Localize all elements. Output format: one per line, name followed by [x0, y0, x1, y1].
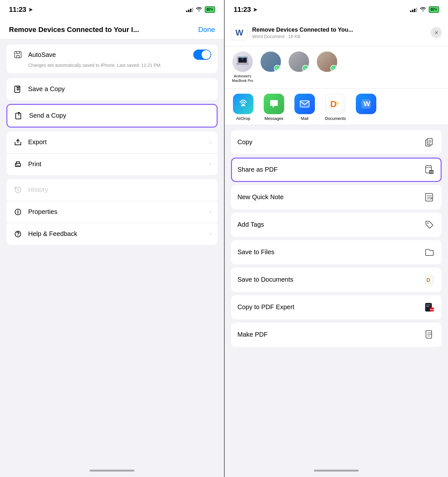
left-home-indicator — [0, 464, 224, 477]
autosave-label: AutoSave — [28, 51, 193, 59]
autosave-icon — [13, 50, 23, 60]
save-copy-icon — [13, 84, 23, 94]
make-pdf-label: Make PDF — [237, 331, 424, 338]
mail-icon — [294, 94, 315, 114]
quick-note-icon — [424, 192, 435, 203]
messages-item[interactable]: Messages — [262, 94, 286, 121]
left-header: Remove Devices Connected to Your I... Do… — [0, 19, 224, 39]
export-chevron: › — [209, 139, 211, 145]
share-pdf-icon: PDF — [424, 164, 435, 176]
svg-point-10 — [18, 235, 18, 236]
svg-text:W: W — [364, 100, 370, 108]
save-files-icon — [424, 246, 435, 258]
send-copy-label: Send a Copy — [29, 112, 210, 119]
svg-rect-0 — [15, 51, 21, 58]
send-copy-item[interactable]: Send a Copy — [7, 105, 217, 127]
person-2[interactable] — [259, 51, 282, 83]
history-label: History — [28, 186, 211, 193]
make-pdf-icon — [424, 329, 435, 340]
svg-rect-23 — [427, 138, 432, 145]
right-home-indicator — [225, 464, 448, 477]
save-documents-action[interactable]: Save to Documents D — [231, 268, 442, 292]
save-files-action[interactable]: Save to Files — [231, 240, 442, 264]
properties-item[interactable]: Properties › — [6, 201, 218, 223]
svg-rect-12 — [238, 58, 247, 63]
export-item[interactable]: Export › — [6, 131, 218, 153]
airdrop-item[interactable]: AirDrop — [231, 94, 255, 121]
macbook-avatar — [232, 51, 253, 72]
autosave-subtext: Changes are automatically saved to iPhon… — [6, 62, 218, 73]
add-tags-label: Add Tags — [237, 221, 424, 228]
autosave-toggle[interactable] — [193, 50, 211, 60]
make-pdf-action[interactable]: Make PDF — [231, 323, 442, 347]
print-icon — [13, 159, 23, 169]
send-copy-section[interactable]: Send a Copy — [6, 104, 218, 128]
person-4[interactable] — [316, 51, 339, 83]
help-item[interactable]: Help & Feedback › — [6, 223, 218, 245]
print-item[interactable]: Print › — [6, 153, 218, 175]
airdrop-icon — [233, 94, 253, 114]
send-copy-icon — [14, 111, 24, 121]
documents-icon: D D — [325, 94, 346, 114]
person-3[interactable] — [287, 51, 310, 83]
new-quick-note-label: New Quick Note — [237, 193, 424, 201]
left-status-time: 11:23 — [9, 5, 26, 14]
documents-label: Documents — [325, 116, 346, 121]
copy-pdf-expert-icon: PDF — [424, 301, 435, 313]
airdrop-label: AirDrop — [236, 116, 250, 121]
person-macbook[interactable]: Arshmeet'sMacBook Pro — [231, 51, 254, 83]
macbook-name: Arshmeet'sMacBook Pro — [232, 74, 253, 83]
share-pdf-action[interactable]: Share as PDF PDF — [231, 158, 442, 182]
save-documents-icon: D — [424, 274, 435, 285]
whatsapp-badge-3 — [302, 65, 309, 72]
whatsapp-badge-4 — [330, 65, 337, 72]
done-button[interactable]: Done — [198, 26, 215, 34]
action-list: Copy Share as PDF PDF — [225, 125, 448, 464]
svg-rect-4 — [15, 163, 20, 167]
mail-item[interactable]: Mail — [292, 94, 317, 121]
mail-label: Mail — [301, 116, 308, 121]
print-label: Print — [28, 160, 209, 168]
autosave-section: AutoSave Changes are automatically saved… — [6, 44, 218, 73]
share-close-button[interactable]: ✕ — [431, 27, 442, 38]
right-signal-icon — [410, 7, 417, 12]
right-status-time: 11:23 — [234, 5, 251, 14]
svg-text:PDF: PDF — [430, 309, 434, 311]
app-row: AirDrop Messages Mail — [225, 89, 448, 125]
right-phone-panel: 11:23 ➤ 97+ W Remove Devices Conn — [224, 0, 448, 477]
properties-label: Properties — [28, 208, 209, 215]
right-status-bar: 11:23 ➤ 97+ — [225, 0, 448, 19]
history-item: History — [6, 179, 218, 201]
whatsapp-badge-2 — [274, 65, 281, 72]
copy-label: Copy — [237, 138, 424, 146]
location-icon: ➤ — [28, 6, 33, 13]
copy-pdf-expert-action[interactable]: Copy to PDF Expert PDF — [231, 295, 442, 319]
wifi-icon — [196, 6, 202, 13]
svg-rect-1 — [17, 55, 19, 58]
export-icon — [13, 137, 23, 147]
add-tags-action[interactable]: Add Tags — [231, 213, 442, 237]
svg-text:D: D — [330, 99, 337, 109]
svg-text:PDF: PDF — [430, 171, 434, 174]
save-files-label: Save to Files — [237, 248, 424, 256]
more-app-item[interactable]: W — [354, 94, 378, 121]
help-chevron: › — [209, 231, 211, 237]
svg-point-5 — [16, 164, 17, 165]
help-label: Help & Feedback — [28, 230, 209, 238]
svg-point-8 — [18, 210, 18, 211]
left-status-bar: 11:23 ➤ 97+ — [0, 0, 224, 19]
person-3-avatar — [289, 51, 309, 72]
autosave-row: AutoSave — [6, 44, 218, 62]
history-icon — [13, 185, 23, 195]
history-section: History Properties › Help & Feed — [6, 179, 218, 245]
svg-rect-3 — [16, 113, 21, 119]
svg-point-13 — [242, 59, 243, 60]
left-phone-panel: 11:23 ➤ 97+ Remove Devices Connected to … — [0, 0, 224, 477]
save-copy-item[interactable]: Save a Copy — [6, 78, 218, 100]
share-doc-info: Remove Devices Connected to You... Word … — [252, 27, 426, 39]
save-copy-section: Save a Copy — [6, 78, 218, 100]
copy-action[interactable]: Copy — [231, 130, 442, 154]
documents-item[interactable]: D D Documents — [323, 94, 348, 121]
more-app-icon: W — [356, 94, 376, 114]
new-quick-note-action[interactable]: New Quick Note — [231, 185, 442, 209]
